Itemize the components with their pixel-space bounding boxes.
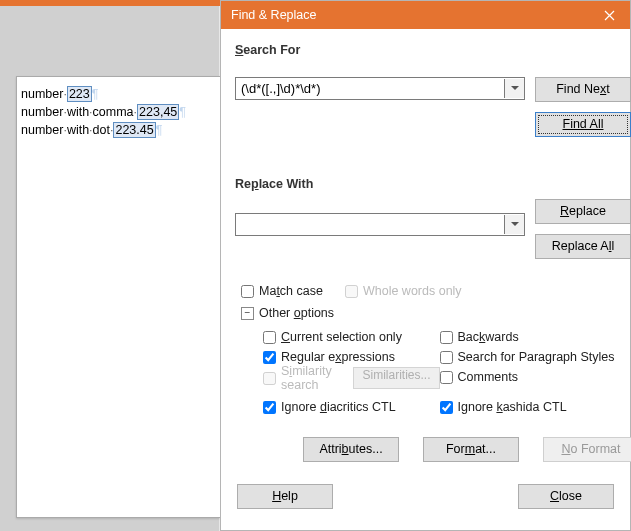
backwards-checkbox[interactable]: Backwards bbox=[440, 327, 617, 347]
paragraph-styles-checkbox[interactable]: Search for Paragraph Styles bbox=[440, 347, 617, 367]
replace-with-label: Replace With bbox=[235, 177, 616, 191]
doc-line-2: number·with·comma·223,45¶ bbox=[21, 103, 216, 121]
find-all-button[interactable]: Find All bbox=[535, 112, 631, 137]
similarities-button: Similarities... bbox=[353, 367, 439, 389]
search-dropdown-button[interactable] bbox=[504, 79, 524, 98]
replace-dropdown-button[interactable] bbox=[504, 215, 524, 234]
find-next-button[interactable]: Find Next bbox=[535, 77, 631, 102]
format-button[interactable]: Format... bbox=[423, 437, 519, 462]
whole-words-checkbox: Whole words only bbox=[345, 281, 462, 301]
titlebar[interactable]: Find & Replace bbox=[221, 1, 630, 29]
match-case-checkbox[interactable]: Match case bbox=[241, 281, 323, 301]
paragraph-styles-input[interactable] bbox=[440, 351, 453, 364]
regex-input[interactable] bbox=[263, 351, 276, 364]
ignore-kashida-checkbox[interactable]: Ignore kashida CTL bbox=[440, 397, 617, 417]
find-replace-dialog: Find & Replace Search For Find Next Find… bbox=[220, 0, 631, 531]
replace-input[interactable] bbox=[236, 215, 504, 234]
current-selection-checkbox[interactable]: Current selection only bbox=[263, 327, 440, 347]
collapse-icon[interactable]: − bbox=[241, 307, 254, 320]
attributes-button[interactable]: Attributes... bbox=[303, 437, 399, 462]
similarity-input bbox=[263, 372, 276, 385]
document-pane: number·223¶ number·with·comma·223,45¶ nu… bbox=[0, 6, 219, 531]
search-for-label: Search For bbox=[235, 43, 616, 57]
ignore-diacritics-checkbox[interactable]: Ignore diacritics CTL bbox=[263, 397, 440, 417]
ignore-kashida-input[interactable] bbox=[440, 401, 453, 414]
ignore-diacritics-input[interactable] bbox=[263, 401, 276, 414]
search-input[interactable] bbox=[236, 79, 504, 98]
current-selection-input[interactable] bbox=[263, 331, 276, 344]
close-icon[interactable] bbox=[588, 1, 630, 29]
no-format-button: No Format bbox=[543, 437, 631, 462]
match-case-input[interactable] bbox=[241, 285, 254, 298]
replace-input-wrapper bbox=[235, 213, 525, 236]
similarity-checkbox: Similarity search bbox=[263, 368, 345, 388]
other-options-toggle[interactable]: − Other options bbox=[241, 303, 616, 323]
doc-line-3: number·with·dot·223.45¶ bbox=[21, 121, 216, 139]
close-button[interactable]: Close bbox=[518, 484, 614, 509]
whole-words-input bbox=[345, 285, 358, 298]
backwards-input[interactable] bbox=[440, 331, 453, 344]
dialog-title: Find & Replace bbox=[231, 8, 588, 22]
replace-all-button[interactable]: Replace All bbox=[535, 234, 631, 259]
help-button[interactable]: Help bbox=[237, 484, 333, 509]
comments-checkbox[interactable]: Comments bbox=[440, 367, 617, 387]
replace-button[interactable]: Replace bbox=[535, 199, 631, 224]
page: number·223¶ number·with·comma·223,45¶ nu… bbox=[16, 76, 220, 518]
search-input-wrapper bbox=[235, 77, 525, 100]
comments-input[interactable] bbox=[440, 371, 453, 384]
doc-line-1: number·223¶ bbox=[21, 85, 216, 103]
